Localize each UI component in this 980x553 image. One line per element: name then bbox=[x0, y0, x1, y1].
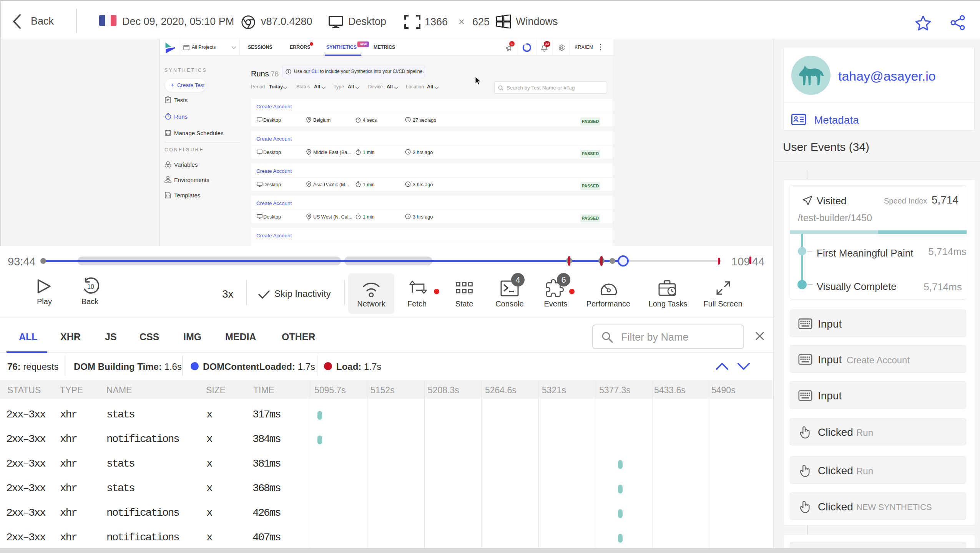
svg-text:10: 10 bbox=[87, 283, 94, 290]
